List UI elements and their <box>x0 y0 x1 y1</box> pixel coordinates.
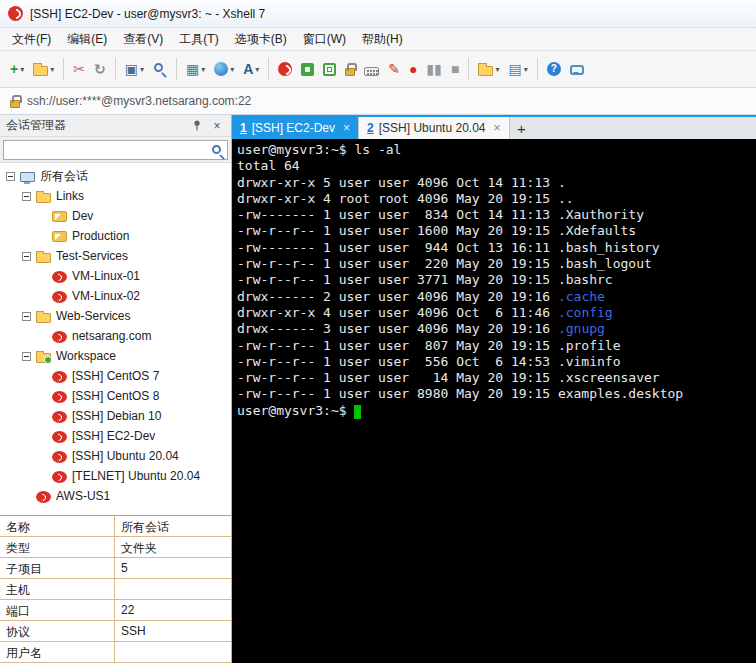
terminal-line: -rw------- 1 user user 834 Oct 14 11:13 … <box>237 207 756 223</box>
virtual-keyboard-button[interactable] <box>360 55 383 83</box>
new-folder-button[interactable]: ▾ <box>474 55 503 83</box>
property-row: 名称所有会话 <box>0 516 231 537</box>
property-value: 所有会话 <box>115 516 231 536</box>
tab-number: 1 <box>240 121 247 135</box>
terminal-tab[interactable]: 1[SSH] EC2-Dev× <box>232 117 359 139</box>
tab-label: [SSH] EC2-Dev <box>252 121 335 135</box>
terminal-line: -rw------- 1 user user 944 Oct 13 16:11 … <box>237 240 756 256</box>
xshell-button[interactable] <box>274 55 296 83</box>
pause-button[interactable]: ▮▮ <box>423 55 446 83</box>
tree-item[interactable]: netsarang.com <box>0 326 231 346</box>
tree-expander-icon[interactable] <box>22 312 31 321</box>
dropdown-arrow-icon[interactable]: ▾ <box>255 65 259 74</box>
new-session-button[interactable]: +▾ <box>6 55 28 83</box>
tree-item[interactable]: AWS-US1 <box>0 486 231 506</box>
tree-item[interactable]: [SSH] EC2-Dev <box>0 426 231 446</box>
terminal-tab[interactable]: 2[SSH] Ubuntu 20.04× <box>359 117 509 139</box>
tree-item[interactable]: [SSH] Ubuntu 20.04 <box>0 446 231 466</box>
tree-expander-icon[interactable] <box>22 252 31 261</box>
tree-item[interactable]: [SSH] CentOS 7 <box>0 366 231 386</box>
terminal-line: -rw-r--r-- 1 user user 220 May 20 19:15 … <box>237 256 756 272</box>
tree-item[interactable]: [SSH] CentOS 8 <box>0 386 231 406</box>
views-button[interactable]: ▤▾ <box>504 55 531 83</box>
tree-item-label: Production <box>72 229 129 243</box>
menu-item[interactable]: 文件(F) <box>4 28 59 51</box>
pushpin-icon[interactable] <box>189 118 205 134</box>
stop-button[interactable]: ■ <box>447 55 463 83</box>
property-label: 协议 <box>0 621 115 641</box>
property-value: 文件夹 <box>115 537 231 557</box>
property-value <box>115 642 231 662</box>
lock-screen-button[interactable] <box>341 55 359 83</box>
tree-item[interactable]: [TELNET] Ubuntu 20.04 <box>0 466 231 486</box>
tree-item[interactable]: VM-Linux-01 <box>0 266 231 286</box>
menu-item[interactable]: 工具(T) <box>171 28 226 51</box>
tab-bar: 1[SSH] EC2-Dev×2[SSH] Ubuntu 20.04×+ <box>232 115 756 139</box>
close-icon[interactable]: × <box>209 118 225 134</box>
find-button[interactable] <box>149 55 171 83</box>
address-text: ssh://user:****@mysvr3.netsarang.com:22 <box>27 94 251 108</box>
tab-close-icon[interactable]: × <box>493 121 500 135</box>
tree-item[interactable]: Production <box>0 226 231 246</box>
compose-button[interactable]: ✎ <box>384 55 404 83</box>
terminal-text: -rw-r--r-- 1 user user 1600 May 20 19:15… <box>237 223 636 238</box>
session-icon <box>52 411 67 423</box>
grid-icon: ▤ <box>508 62 521 76</box>
terminal-text: drwxr-xr-x 4 root root 4096 May 20 19:15… <box>237 191 574 206</box>
magnifier-icon[interactable] <box>212 145 221 154</box>
tree-item[interactable]: Links <box>0 186 231 206</box>
toolbar-separator <box>468 58 469 80</box>
tree-item[interactable]: Workspace <box>0 346 231 366</box>
disconnect-button[interactable]: ✂ <box>69 55 89 83</box>
reconnect-icon: ↻ <box>94 62 106 76</box>
record-button[interactable]: ● <box>405 55 421 83</box>
session-search-input[interactable] <box>3 140 228 160</box>
property-label: 用户名 <box>0 642 115 662</box>
feedback-button[interactable] <box>566 55 588 83</box>
menu-bar: 文件(F)编辑(E)查看(V)工具(T)选项卡(B)窗口(W)帮助(H) <box>0 28 756 51</box>
reconnect-button[interactable]: ↻ <box>90 55 110 83</box>
tree-item[interactable]: 所有会话 <box>0 166 231 186</box>
tab-label: [SSH] Ubuntu 20.04 <box>379 121 486 135</box>
tree-item-label: [SSH] EC2-Dev <box>72 429 155 443</box>
menu-item[interactable]: 编辑(E) <box>59 28 115 51</box>
menu-item[interactable]: 帮助(H) <box>354 28 411 51</box>
tree-item-label: Web-Services <box>56 309 130 323</box>
font-button[interactable]: A▾ <box>239 55 263 83</box>
dropdown-arrow-icon[interactable]: ▾ <box>50 65 54 74</box>
duplicate-session-button[interactable]: ▣▾ <box>121 55 148 83</box>
address-bar[interactable]: ssh://user:****@mysvr3.netsarang.com:22 <box>0 88 756 115</box>
menu-item[interactable]: 窗口(W) <box>295 28 354 51</box>
dropdown-arrow-icon[interactable]: ▾ <box>524 65 528 74</box>
menu-item[interactable]: 查看(V) <box>115 28 171 51</box>
terminal-text: -rw-r--r-- 1 user user 556 Oct 6 14:53 .… <box>237 354 621 369</box>
xftp-button[interactable] <box>297 55 318 83</box>
tree-item[interactable]: VM-Linux-02 <box>0 286 231 306</box>
tree-item[interactable]: [SSH] Debian 10 <box>0 406 231 426</box>
tree-expander-icon[interactable] <box>6 172 15 181</box>
tree-item[interactable]: Web-Services <box>0 306 231 326</box>
new-tab-button[interactable]: + <box>510 117 534 139</box>
help-button[interactable] <box>543 55 565 83</box>
tree-expander-icon[interactable] <box>22 352 31 361</box>
dropdown-arrow-icon[interactable]: ▾ <box>230 65 234 74</box>
tree-item[interactable]: Dev <box>0 206 231 226</box>
pause-icon: ▮▮ <box>427 62 442 76</box>
terminal-text: -rw-r--r-- 1 user user 220 May 20 19:15 … <box>237 256 652 271</box>
dropdown-arrow-icon[interactable]: ▾ <box>140 65 144 74</box>
workspace-icon <box>36 353 51 363</box>
layout-button[interactable]: ▦▾ <box>182 55 209 83</box>
dropdown-arrow-icon[interactable]: ▾ <box>20 65 24 74</box>
fullscreen-button[interactable] <box>319 55 340 83</box>
terminal-text: .cache <box>558 289 605 304</box>
tab-close-icon[interactable]: × <box>343 121 350 135</box>
open-session-button[interactable]: ▾ <box>29 55 58 83</box>
tree-item[interactable]: Test-Services <box>0 246 231 266</box>
menu-item[interactable]: 选项卡(B) <box>227 28 295 51</box>
terminal[interactable]: user@mysvr3:~$ ls -altotal 64drwxr-xr-x … <box>232 139 756 663</box>
web-button[interactable]: ▾ <box>210 55 238 83</box>
dropdown-arrow-icon[interactable]: ▾ <box>201 65 205 74</box>
session-icon <box>52 291 67 303</box>
tree-expander-icon[interactable] <box>22 192 31 201</box>
dropdown-arrow-icon[interactable]: ▾ <box>495 65 499 74</box>
